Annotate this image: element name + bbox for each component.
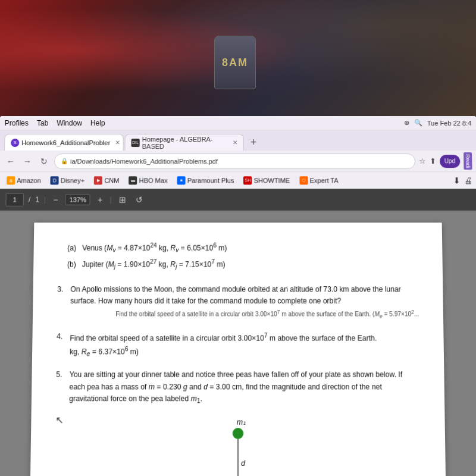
- problem-ab-content: (a) Venus (Mv = 4.87×1024 kg, Rv = 6.05×…: [58, 241, 419, 274]
- menu-help[interactable]: Help: [90, 118, 105, 127]
- tab-bar: S Homework6_AdditionalProbler ✕ DIL Home…: [0, 130, 476, 151]
- problem-3-content: On Apollo missions to the Moon, the comm…: [70, 284, 419, 321]
- reload-button[interactable]: ↻: [37, 155, 51, 168]
- tab-favicon-homework: S: [11, 139, 19, 147]
- lock-icon: 🔒: [61, 158, 68, 164]
- background-photo: 8AM: [0, 0, 476, 125]
- pdf-page: (a) Venus (Mv = 4.87×1024 kg, Rv = 6.05×…: [30, 223, 446, 476]
- bookmark-showtime[interactable]: SH SHOWTIME: [240, 175, 293, 186]
- problem-4-content: Find the orbital speed of a satellite in…: [70, 331, 419, 359]
- bookmark-disney[interactable]: D Disney+: [48, 175, 88, 186]
- bookmark-hbo-label: HBO Max: [139, 177, 168, 184]
- problem-4: 4. Find the orbital speed of a satellite…: [57, 331, 420, 359]
- macos-menu-bar: Profiles Tab Window Help ⊛ 🔍 Tue Feb 22 …: [0, 116, 476, 130]
- address-field[interactable]: 🔒 ia/Downloads/Homework6_AdditionalProbl…: [54, 154, 415, 169]
- m1-label: m₁: [237, 418, 246, 427]
- pdf-toolbar: 1 / 1 | − 137% + | ⊞ ↺: [0, 189, 476, 210]
- bookmark-star-icon[interactable]: ☆: [419, 156, 426, 165]
- diagram-svg: m₁ d: [146, 416, 330, 476]
- problem-3-text: On Apollo missions to the Moon, the comm…: [70, 284, 419, 307]
- menu-profiles[interactable]: Profiles: [5, 118, 29, 127]
- problem-3-aside: Find the orbital speed of a satellite in…: [70, 308, 419, 321]
- pdf-page-input[interactable]: 1: [5, 193, 24, 206]
- menu-bar-right: ⊛ 🔍 Tue Feb 22 8:4: [404, 119, 471, 127]
- menu-wifi-icon: ⊛: [404, 119, 409, 127]
- mouse-cursor: ↖: [55, 412, 64, 428]
- menu-bar-items: Profiles Tab Window Help: [5, 118, 404, 127]
- back-button[interactable]: ←: [4, 155, 17, 168]
- pdf-page-total: 1: [35, 196, 39, 204]
- pdf-rotate-button[interactable]: ↺: [133, 194, 145, 206]
- share-icon[interactable]: ⬆: [430, 156, 436, 165]
- bookmark-expert[interactable]: ⬡ Expert TA: [296, 175, 341, 186]
- bookmark-amazon[interactable]: a Amazon: [4, 175, 44, 186]
- bookmarks-bar: a Amazon D Disney+ ▶ CNM ▬ HBO Max ★ Par…: [0, 172, 476, 189]
- bookmark-download-area: ⬇ 🖨: [453, 176, 472, 185]
- tab-label-homepage: Homepage - ALGEBRA-BASED: [142, 136, 228, 150]
- problem-a: (a) Venus (Mv = 4.87×1024 kg, Rv = 6.05×…: [67, 241, 418, 256]
- update-button[interactable]: Upd: [440, 155, 461, 168]
- d-label: d: [241, 459, 245, 468]
- pdf-toolbar-sep2: |: [109, 196, 111, 204]
- problem-4-text: Find the orbital speed of a satellite in…: [70, 331, 419, 345]
- tab-label-homework: Homework6_AdditionalProbler: [21, 139, 110, 146]
- pdf-content: (a) Venus (Mv = 4.87×1024 kg, Rv = 6.05×…: [0, 211, 476, 476]
- bookmark-paramount-label: Paramount Plus: [187, 177, 234, 184]
- pdf-toolbar-sep1: |: [44, 196, 46, 204]
- problem-5: 5. You are sitting at your dinner table …: [56, 369, 421, 406]
- hbo-icon: ▬: [129, 176, 137, 184]
- problem-b: (b) Jupiter (Mj = 1.90×1027 kg, Rj = 7.1…: [67, 258, 419, 273]
- tab-favicon-homepage: DIL: [131, 139, 140, 147]
- address-icons: ☆ ⬆: [419, 156, 436, 165]
- menu-time: Tue Feb 22 8:4: [427, 119, 471, 126]
- problem-4-extra: kg, Re = 6.37×106 m): [70, 345, 419, 359]
- new-tab-button[interactable]: +: [245, 134, 262, 151]
- paramount-icon: ★: [177, 176, 186, 184]
- problem-5-content: You are sitting at your dinner table and…: [69, 369, 420, 406]
- pdf-zoom-display[interactable]: 137%: [65, 195, 90, 205]
- bookmark-showtime-label: SHOWTIME: [254, 177, 290, 184]
- bookmark-cnm-label: CNM: [104, 177, 119, 184]
- forward-button[interactable]: →: [21, 155, 34, 168]
- print-icon[interactable]: 🖨: [464, 176, 472, 185]
- expert-icon: ⬡: [299, 176, 308, 184]
- bookmark-expert-label: Expert TA: [309, 177, 338, 184]
- disney-icon: D: [51, 176, 59, 184]
- pdf-fit-page-button[interactable]: ⊞: [116, 194, 128, 206]
- laptop-screen: Profiles Tab Window Help ⊛ 🔍 Tue Feb 22 …: [0, 116, 476, 476]
- problem-3-num: 3.: [57, 284, 67, 321]
- menu-window[interactable]: Window: [57, 118, 82, 127]
- jar-label: 8AM: [214, 36, 256, 89]
- problem-4-num: 4.: [57, 331, 67, 359]
- amazon-icon: a: [7, 176, 15, 184]
- tab-close-homepage[interactable]: ✕: [233, 139, 237, 146]
- tab-close-homework[interactable]: ✕: [115, 139, 120, 146]
- showtime-icon: SH: [243, 176, 252, 184]
- cnm-icon: ▶: [94, 176, 102, 184]
- menu-tab[interactable]: Tab: [37, 118, 49, 127]
- browser: S Homework6_AdditionalProbler ✕ DIL Home…: [0, 130, 476, 476]
- pdf-zoom-out-button[interactable]: −: [51, 194, 61, 206]
- bookmark-hbo[interactable]: ▬ HBO Max: [126, 175, 171, 186]
- download-icon[interactable]: ⬇: [453, 176, 461, 185]
- bookmark-amazon-label: Amazon: [17, 177, 41, 184]
- bookmark-cnm[interactable]: ▶ CNM: [91, 175, 122, 186]
- pdf-zoom-in-button[interactable]: +: [95, 194, 105, 206]
- address-bar-row: ← → ↻ 🔒 ia/Downloads/Homework6_Additiona…: [0, 151, 476, 172]
- problem-3: 3. On Apollo missions to the Moon, the c…: [57, 284, 419, 321]
- problem-5-text: You are sitting at your dinner table and…: [69, 369, 420, 406]
- problem-5-num: 5.: [56, 369, 66, 406]
- readability-button[interactable]: Readi: [464, 152, 472, 170]
- pdf-page-separator: /: [29, 196, 31, 204]
- pea-diagram: m₁ d: [55, 416, 422, 476]
- bookmark-disney-label: Disney+: [61, 177, 84, 184]
- m1-dot: [233, 428, 243, 439]
- problem-ab: (a) Venus (Mv = 4.87×1024 kg, Rv = 6.05×…: [58, 241, 419, 274]
- tab-homework[interactable]: S Homework6_AdditionalProbler ✕: [4, 134, 124, 151]
- menu-search-icon[interactable]: 🔍: [414, 119, 422, 127]
- tab-homepage[interactable]: DIL Homepage - ALGEBRA-BASED ✕: [125, 134, 245, 151]
- bookmark-paramount[interactable]: ★ Paramount Plus: [174, 175, 237, 186]
- address-text: ia/Downloads/Homework6_AdditionalProblem…: [70, 158, 218, 165]
